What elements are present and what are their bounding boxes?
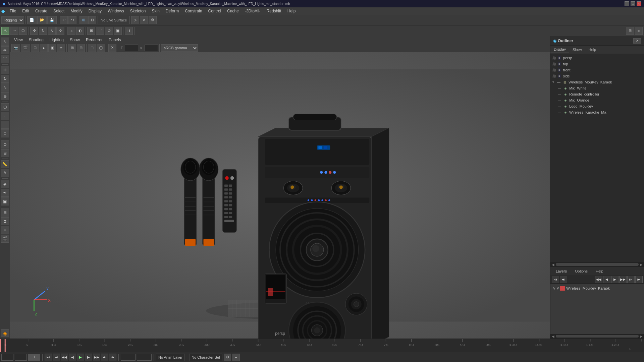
menu-item-select[interactable]: Select [51,8,67,14]
outliner-item-front[interactable]: 🎥 ■ front [550,67,644,73]
menu-item-cache[interactable]: Cache [224,8,241,14]
open-file-btn[interactable]: 📂 [37,16,47,24]
outliner-item-mic-orange[interactable]: — ◈ Mic_Orange [550,97,644,103]
new-file-btn[interactable]: 📄 [27,16,37,24]
vp-hud-btn[interactable]: ⊟ [77,44,85,52]
face-mode-btn[interactable]: □ [1,129,9,137]
annotation-btn[interactable]: A [1,169,9,177]
layers-scroll-right-btn[interactable]: ▶ [640,335,643,338]
lighting-menu[interactable]: Lighting [47,37,66,43]
scroll-thumb[interactable] [556,263,639,266]
play-btn[interactable]: ▶ [77,354,84,361]
minimize-button[interactable]: — [625,1,629,6]
render-btn[interactable]: ▷ [131,16,139,24]
move-lt-btn[interactable]: ✛ [1,66,9,74]
jump-to-end-btn[interactable]: ⏭ [101,354,108,361]
move-tool-btn[interactable]: ✛ [30,27,38,35]
outliner-item-persp[interactable]: 🎥 ■ persp [550,55,644,61]
layers-tab-layers[interactable]: Layers [553,268,570,274]
show-menu[interactable]: Show [67,37,83,43]
menu-item-skeleton[interactable]: Skeleton [127,8,149,14]
outliner-item-remote[interactable]: — ◈ Remote_controller [550,91,644,97]
vp-xray-btn[interactable]: X [108,44,116,52]
end-frame-input[interactable]: 120 [121,354,136,361]
layers-scroll-thumb[interactable] [556,335,639,338]
camera-seq-btn[interactable]: 🎬 [1,235,9,243]
char-sets-btn[interactable]: No Anim Layer [156,354,185,361]
menu-item-redshift[interactable]: Redshift [264,8,284,14]
vp-grid-btn[interactable]: ⊞ [68,44,76,52]
vp-light-btn[interactable]: ☀ [57,44,65,52]
lt-bottom-btn[interactable]: ◈ [1,329,9,337]
menu-item-skin[interactable]: Skin [149,8,162,14]
vp-smooth-btn[interactable]: ● [40,44,48,52]
vp-sel-all-btn[interactable]: ◻ [88,44,96,52]
layers-scrollbar[interactable]: ◀ ▶ [550,334,644,339]
mode-select[interactable]: Rigging [1,16,24,24]
menu-item-file[interactable]: File [7,8,19,14]
gamma-value-input[interactable]: 1.00 [145,45,158,51]
snap-point-lt-btn[interactable]: ⊙ [1,140,9,148]
panels-menu[interactable]: Panels [106,37,124,43]
frame-bookmark-btn[interactable]: 1 [28,354,40,361]
rotate-lt-btn[interactable]: ↻ [1,75,9,83]
outliner-tab-show[interactable]: Show [569,46,585,53]
outliner-item-mic-white[interactable]: — ◈ Mic_White [550,85,644,91]
scale-tool-btn[interactable]: ⤡ [48,27,56,35]
lasso-select-btn[interactable]: ⋯ [10,27,18,35]
paint-btn[interactable]: ✏ [1,46,9,54]
layer-transport-prev2-btn[interactable]: ⏭ [560,276,567,283]
no-char-set-btn[interactable]: No Character Set [189,354,222,361]
paint-select-btn[interactable]: ⬡ [19,27,27,35]
snap-grid-lt-btn[interactable]: ⊞ [1,149,9,157]
render-lt-btn[interactable]: ◈ [1,180,9,188]
redo-btn[interactable]: ↪ [68,16,76,24]
outliner-item-logo[interactable]: — ◈ Logo_MouKey [550,103,644,109]
prev-key-btn[interactable]: ◀◀ [61,354,68,361]
menu-item-modify[interactable]: Modify [68,8,85,14]
outliner-scrollbar[interactable]: ◀ ▶ [550,262,644,267]
sculpt-btn[interactable]: ◐ [76,27,84,35]
menu-item-control[interactable]: Control [206,8,224,14]
snap-to-curve-btn[interactable]: ⌒ [96,27,104,35]
universal-manip-btn[interactable]: ⊹ [56,27,64,35]
layer-transport-rew-btn[interactable]: ◀◀ [595,276,602,283]
layers-tab-help[interactable]: Help [593,268,606,274]
menu-item-edit[interactable]: Edit [19,8,32,14]
snap-to-view-btn[interactable]: ▣ [114,27,122,35]
layer-color-swatch[interactable] [560,286,565,291]
show-manip-btn[interactable]: ⊕ [1,92,9,100]
component-mode-btn[interactable]: ⬡ [1,103,9,111]
menu-item-help[interactable]: Help [285,8,299,14]
gamma-offset-input[interactable]: 0.00 [125,45,138,51]
jump-to-start-btn[interactable]: ⏮ [45,354,52,361]
timeline-ruler[interactable]: 1 5 10 15 20 25 30 35 40 45 50 [0,339,644,352]
render-view-btn[interactable]: ▣ [1,197,9,205]
current-frame-input[interactable]: 1 [15,354,27,361]
outliner-item-top[interactable]: 🎥 ■ top [550,61,644,67]
curve-tool-btn[interactable]: ⌒ [1,55,9,63]
anim-end-input[interactable]: 200 [137,354,152,361]
menu-item-constrain[interactable]: Constrain [182,8,205,14]
vp-wireframe-btn[interactable]: ⊡ [31,44,39,52]
select-tool-btn[interactable]: ↖ [1,27,9,35]
menu-item-display[interactable]: Display [86,8,104,14]
layer-transport-prev3-btn[interactable]: ◀ [603,276,610,283]
measure-btn[interactable]: 📏 [1,160,9,168]
timeline-playhead[interactable] [0,339,1,352]
scale-lt-btn[interactable]: ⤡ [1,83,9,92]
view-menu[interactable]: View [11,37,25,43]
prev-frame-btn[interactable]: ◀ [69,354,76,361]
next-frame-btn[interactable]: ▶ [85,354,92,361]
snap-to-grid-btn2[interactable]: ⊞ [87,27,95,35]
layer-item-wireless[interactable]: V P Wireless_MouKey_Karaok [552,285,643,291]
scroll-left-btn[interactable]: ◀ [552,263,554,266]
scene-time-warp-btn[interactable]: ⧗ [1,217,9,225]
outliner-item-karaoke-machine[interactable]: — ◈ Wireless_Karaoke_Ma [550,109,644,115]
trax-editor-btn[interactable]: ≡ [1,226,9,234]
renderer-menu[interactable]: Renderer [83,37,105,43]
outliner-tab-help[interactable]: Help [585,46,600,53]
render-settings-btn[interactable]: ⚙ [149,16,157,24]
char-set-add-btn[interactable]: + [232,354,240,361]
layer-transport-end-btn[interactable]: ⏭ [627,276,635,283]
